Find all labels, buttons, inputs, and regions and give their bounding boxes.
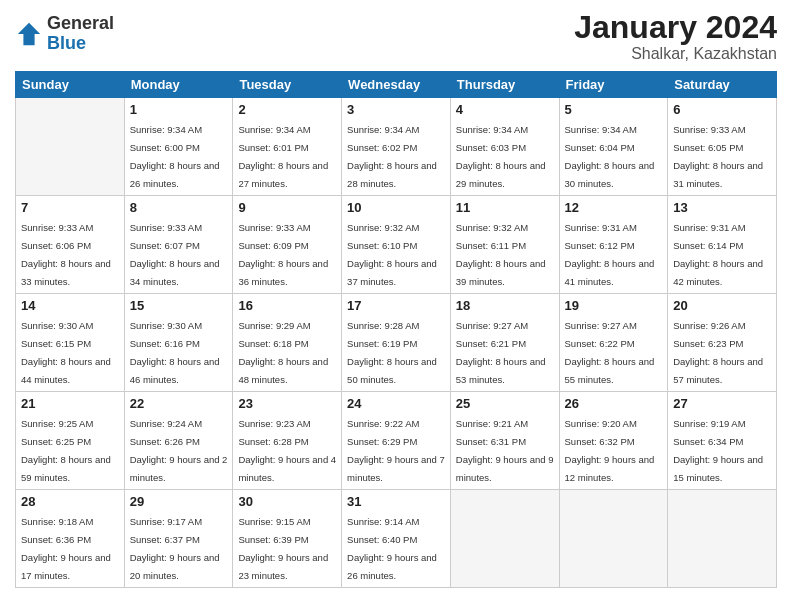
day-info: Sunrise: 9:28 AMSunset: 6:19 PMDaylight:… xyxy=(347,320,437,385)
calendar-cell: 15 Sunrise: 9:30 AMSunset: 6:16 PMDaylig… xyxy=(124,294,233,392)
calendar-cell xyxy=(559,490,668,588)
calendar-cell: 5 Sunrise: 9:34 AMSunset: 6:04 PMDayligh… xyxy=(559,98,668,196)
calendar-cell: 1 Sunrise: 9:34 AMSunset: 6:00 PMDayligh… xyxy=(124,98,233,196)
logo-blue: Blue xyxy=(47,34,114,54)
day-number: 31 xyxy=(347,494,445,509)
day-info: Sunrise: 9:33 AMSunset: 6:07 PMDaylight:… xyxy=(130,222,220,287)
calendar-cell: 22 Sunrise: 9:24 AMSunset: 6:26 PMDaylig… xyxy=(124,392,233,490)
day-info: Sunrise: 9:34 AMSunset: 6:04 PMDaylight:… xyxy=(565,124,655,189)
month-title: January 2024 xyxy=(574,10,777,45)
day-info: Sunrise: 9:17 AMSunset: 6:37 PMDaylight:… xyxy=(130,516,220,581)
day-info: Sunrise: 9:34 AMSunset: 6:02 PMDaylight:… xyxy=(347,124,437,189)
day-number: 8 xyxy=(130,200,228,215)
day-number: 6 xyxy=(673,102,771,117)
calendar-cell: 11 Sunrise: 9:32 AMSunset: 6:11 PMDaylig… xyxy=(450,196,559,294)
header-row: Sunday Monday Tuesday Wednesday Thursday… xyxy=(16,72,777,98)
calendar-cell: 4 Sunrise: 9:34 AMSunset: 6:03 PMDayligh… xyxy=(450,98,559,196)
day-number: 23 xyxy=(238,396,336,411)
calendar-cell: 6 Sunrise: 9:33 AMSunset: 6:05 PMDayligh… xyxy=(668,98,777,196)
day-number: 12 xyxy=(565,200,663,215)
week-row-2: 7 Sunrise: 9:33 AMSunset: 6:06 PMDayligh… xyxy=(16,196,777,294)
calendar-cell: 19 Sunrise: 9:27 AMSunset: 6:22 PMDaylig… xyxy=(559,294,668,392)
day-info: Sunrise: 9:27 AMSunset: 6:21 PMDaylight:… xyxy=(456,320,546,385)
day-number: 13 xyxy=(673,200,771,215)
day-number: 2 xyxy=(238,102,336,117)
day-number: 28 xyxy=(21,494,119,509)
day-info: Sunrise: 9:32 AMSunset: 6:10 PMDaylight:… xyxy=(347,222,437,287)
day-info: Sunrise: 9:19 AMSunset: 6:34 PMDaylight:… xyxy=(673,418,763,483)
day-info: Sunrise: 9:33 AMSunset: 6:09 PMDaylight:… xyxy=(238,222,328,287)
title-block: January 2024 Shalkar, Kazakhstan xyxy=(574,10,777,63)
day-number: 16 xyxy=(238,298,336,313)
day-info: Sunrise: 9:25 AMSunset: 6:25 PMDaylight:… xyxy=(21,418,111,483)
day-number: 21 xyxy=(21,396,119,411)
day-info: Sunrise: 9:34 AMSunset: 6:01 PMDaylight:… xyxy=(238,124,328,189)
logo-icon xyxy=(15,20,43,48)
col-friday: Friday xyxy=(559,72,668,98)
day-info: Sunrise: 9:18 AMSunset: 6:36 PMDaylight:… xyxy=(21,516,111,581)
day-info: Sunrise: 9:27 AMSunset: 6:22 PMDaylight:… xyxy=(565,320,655,385)
header: General Blue January 2024 Shalkar, Kazak… xyxy=(15,10,777,63)
week-row-4: 21 Sunrise: 9:25 AMSunset: 6:25 PMDaylig… xyxy=(16,392,777,490)
svg-marker-0 xyxy=(18,23,40,45)
col-wednesday: Wednesday xyxy=(342,72,451,98)
calendar-cell: 16 Sunrise: 9:29 AMSunset: 6:18 PMDaylig… xyxy=(233,294,342,392)
day-number: 20 xyxy=(673,298,771,313)
day-number: 1 xyxy=(130,102,228,117)
col-monday: Monday xyxy=(124,72,233,98)
calendar-cell: 24 Sunrise: 9:22 AMSunset: 6:29 PMDaylig… xyxy=(342,392,451,490)
calendar-cell: 12 Sunrise: 9:31 AMSunset: 6:12 PMDaylig… xyxy=(559,196,668,294)
day-number: 24 xyxy=(347,396,445,411)
calendar-cell xyxy=(668,490,777,588)
calendar-cell xyxy=(450,490,559,588)
day-number: 29 xyxy=(130,494,228,509)
calendar-cell: 27 Sunrise: 9:19 AMSunset: 6:34 PMDaylig… xyxy=(668,392,777,490)
day-info: Sunrise: 9:21 AMSunset: 6:31 PMDaylight:… xyxy=(456,418,554,483)
calendar-cell: 29 Sunrise: 9:17 AMSunset: 6:37 PMDaylig… xyxy=(124,490,233,588)
col-thursday: Thursday xyxy=(450,72,559,98)
week-row-3: 14 Sunrise: 9:30 AMSunset: 6:15 PMDaylig… xyxy=(16,294,777,392)
day-info: Sunrise: 9:29 AMSunset: 6:18 PMDaylight:… xyxy=(238,320,328,385)
day-number: 30 xyxy=(238,494,336,509)
day-info: Sunrise: 9:15 AMSunset: 6:39 PMDaylight:… xyxy=(238,516,328,581)
day-number: 18 xyxy=(456,298,554,313)
calendar-cell: 17 Sunrise: 9:28 AMSunset: 6:19 PMDaylig… xyxy=(342,294,451,392)
logo-text: General Blue xyxy=(47,14,114,54)
day-info: Sunrise: 9:33 AMSunset: 6:05 PMDaylight:… xyxy=(673,124,763,189)
day-number: 5 xyxy=(565,102,663,117)
calendar-cell: 23 Sunrise: 9:23 AMSunset: 6:28 PMDaylig… xyxy=(233,392,342,490)
calendar-cell xyxy=(16,98,125,196)
day-info: Sunrise: 9:33 AMSunset: 6:06 PMDaylight:… xyxy=(21,222,111,287)
calendar-cell: 25 Sunrise: 9:21 AMSunset: 6:31 PMDaylig… xyxy=(450,392,559,490)
day-number: 7 xyxy=(21,200,119,215)
day-number: 17 xyxy=(347,298,445,313)
day-number: 26 xyxy=(565,396,663,411)
day-info: Sunrise: 9:34 AMSunset: 6:00 PMDaylight:… xyxy=(130,124,220,189)
day-info: Sunrise: 9:31 AMSunset: 6:14 PMDaylight:… xyxy=(673,222,763,287)
calendar-cell: 28 Sunrise: 9:18 AMSunset: 6:36 PMDaylig… xyxy=(16,490,125,588)
day-info: Sunrise: 9:24 AMSunset: 6:26 PMDaylight:… xyxy=(130,418,228,483)
calendar-cell: 30 Sunrise: 9:15 AMSunset: 6:39 PMDaylig… xyxy=(233,490,342,588)
calendar-cell: 2 Sunrise: 9:34 AMSunset: 6:01 PMDayligh… xyxy=(233,98,342,196)
calendar-cell: 10 Sunrise: 9:32 AMSunset: 6:10 PMDaylig… xyxy=(342,196,451,294)
day-number: 4 xyxy=(456,102,554,117)
calendar-cell: 13 Sunrise: 9:31 AMSunset: 6:14 PMDaylig… xyxy=(668,196,777,294)
col-tuesday: Tuesday xyxy=(233,72,342,98)
day-info: Sunrise: 9:30 AMSunset: 6:16 PMDaylight:… xyxy=(130,320,220,385)
day-info: Sunrise: 9:23 AMSunset: 6:28 PMDaylight:… xyxy=(238,418,336,483)
day-number: 15 xyxy=(130,298,228,313)
day-info: Sunrise: 9:22 AMSunset: 6:29 PMDaylight:… xyxy=(347,418,445,483)
calendar-cell: 21 Sunrise: 9:25 AMSunset: 6:25 PMDaylig… xyxy=(16,392,125,490)
week-row-1: 1 Sunrise: 9:34 AMSunset: 6:00 PMDayligh… xyxy=(16,98,777,196)
calendar-cell: 26 Sunrise: 9:20 AMSunset: 6:32 PMDaylig… xyxy=(559,392,668,490)
day-info: Sunrise: 9:32 AMSunset: 6:11 PMDaylight:… xyxy=(456,222,546,287)
logo-general: General xyxy=(47,14,114,34)
calendar-cell: 8 Sunrise: 9:33 AMSunset: 6:07 PMDayligh… xyxy=(124,196,233,294)
day-number: 14 xyxy=(21,298,119,313)
day-number: 11 xyxy=(456,200,554,215)
day-info: Sunrise: 9:20 AMSunset: 6:32 PMDaylight:… xyxy=(565,418,655,483)
week-row-5: 28 Sunrise: 9:18 AMSunset: 6:36 PMDaylig… xyxy=(16,490,777,588)
day-info: Sunrise: 9:30 AMSunset: 6:15 PMDaylight:… xyxy=(21,320,111,385)
page: General Blue January 2024 Shalkar, Kazak… xyxy=(0,0,792,612)
calendar-cell: 20 Sunrise: 9:26 AMSunset: 6:23 PMDaylig… xyxy=(668,294,777,392)
